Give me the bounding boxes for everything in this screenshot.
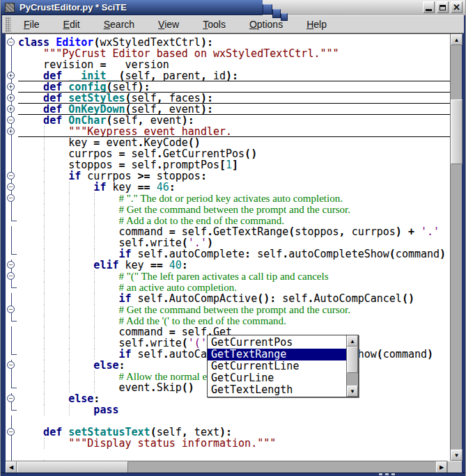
- autocomplete-item-selected[interactable]: GetTextRange: [208, 349, 346, 360]
- code-line[interactable]: command = self.GetTextRange(stoppos, cur…: [6, 226, 450, 237]
- window-title: PyCrustEditor.py * SciTE: [20, 2, 127, 13]
- code-line[interactable]: # Add a dot to the end of the command.: [6, 215, 450, 226]
- menu-tools[interactable]: Tools: [196, 17, 233, 32]
- scroll-right-button[interactable]: ▶: [436, 461, 447, 473]
- code-line[interactable]: stoppos = self.promptPos[1]: [6, 159, 450, 170]
- autocomplete-item[interactable]: GetCurrentLine: [208, 360, 346, 372]
- code-line[interactable]: if currpos >= stoppos:: [6, 170, 450, 182]
- code-line[interactable]: if self.AutoCompActive(): self.AutoCompC…: [6, 293, 450, 304]
- fold-collapse-marker[interactable]: [6, 115, 18, 126]
- indent-guide: [94, 315, 95, 326]
- indent-guide: [44, 204, 45, 215]
- code-line[interactable]: def setStyles(self, faces):: [6, 93, 450, 104]
- code-line[interactable]: # Add the '(' to the end of the command.: [6, 315, 450, 326]
- fold-expand-marker[interactable]: [6, 126, 18, 137]
- autocomplete-item[interactable]: GetCurLine: [208, 372, 346, 384]
- code-line[interactable]: """PyCrust Editor based on wxStyledTextC…: [6, 48, 450, 59]
- vertical-scrollbar[interactable]: ▲ ▼: [450, 34, 462, 461]
- code-line[interactable]: def __init__(self, parent, id):: [6, 70, 450, 81]
- code-line[interactable]: # an active auto completion.: [6, 282, 450, 293]
- code-line[interactable]: self.write('.'): [6, 237, 450, 248]
- fold-collapse-marker[interactable]: [6, 193, 18, 204]
- code-line[interactable]: def config(self):: [6, 81, 450, 93]
- vertical-scroll-thumb[interactable]: [451, 100, 463, 164]
- indent-guide: [69, 271, 70, 282]
- code-line[interactable]: pass: [6, 404, 450, 415]
- code-line[interactable]: # Get the command between the prompt and…: [6, 304, 450, 315]
- fold-margin: [6, 438, 18, 449]
- fold-expand-marker[interactable]: [6, 81, 18, 93]
- code-line[interactable]: currpos = self.GetCurrentPos(): [6, 148, 450, 159]
- code-line[interactable]: """Display status information.""": [6, 438, 450, 449]
- menu-view[interactable]: View: [151, 17, 186, 32]
- code-line[interactable]: [6, 415, 450, 427]
- code-line[interactable]: elif key == 40:: [6, 260, 450, 271]
- indent-guide: [94, 349, 95, 360]
- indent-guide: [44, 248, 45, 260]
- autocomplete-scroll-down-button[interactable]: ▼: [347, 386, 358, 397]
- fold-margin: [6, 226, 18, 237]
- code-line[interactable]: revision = __version__: [6, 59, 450, 70]
- fold-collapse-marker[interactable]: [6, 304, 18, 315]
- fold-collapse-marker[interactable]: [6, 427, 18, 438]
- code-line[interactable]: # "(" The left paren activates a call ti…: [6, 271, 450, 282]
- title-bar[interactable]: PyCrustEditor.py * SciTE ✕: [1, 0, 465, 15]
- menu-help[interactable]: Help: [300, 17, 334, 32]
- fold-margin: [6, 349, 18, 360]
- code-line[interactable]: def OnChar(self, event):: [6, 115, 450, 126]
- code-line[interactable]: # Get the command between the prompt and…: [6, 204, 450, 215]
- menu-file[interactable]: File: [17, 17, 47, 32]
- fold-expand-marker[interactable]: [6, 104, 18, 115]
- close-button[interactable]: ✕: [451, 1, 463, 13]
- code-line[interactable]: def setStatusText(self, text):: [6, 427, 450, 438]
- code-line-text: def setStatusText(self, text):: [18, 427, 450, 438]
- fold-collapse-marker[interactable]: [6, 393, 18, 404]
- fold-expand-marker[interactable]: [6, 70, 18, 81]
- fold-collapse-marker[interactable]: [6, 170, 18, 182]
- fold-collapse-marker[interactable]: [6, 271, 18, 282]
- autocomplete-item[interactable]: GetCurrentPos: [208, 337, 346, 349]
- maximize-button[interactable]: [437, 1, 449, 13]
- code-line[interactable]: def OnKeyDown(self, event):: [6, 104, 450, 115]
- resize-grip[interactable]: [447, 461, 462, 473]
- code-line[interactable]: if key == 46:: [6, 182, 450, 193]
- code-line[interactable]: [6, 449, 450, 460]
- title-tab[interactable]: PyCrustEditor.py * SciTE: [1, 0, 263, 15]
- code-line-text: if self.autoComplete: self.autoCompleteS…: [18, 248, 450, 260]
- code-line[interactable]: # "." The dot or period key activates au…: [6, 193, 450, 204]
- fold-margin: [6, 159, 18, 170]
- minimize-icon: [426, 9, 432, 11]
- fold-collapse-marker[interactable]: [6, 182, 18, 193]
- menu-edit[interactable]: Edit: [56, 17, 87, 32]
- autocomplete-scroll-up-button[interactable]: ▲: [347, 335, 358, 347]
- indent-guide: [69, 226, 70, 237]
- indent-guide: [69, 215, 70, 226]
- fold-collapse-marker[interactable]: [6, 260, 18, 271]
- indent-guide: [44, 404, 45, 415]
- scroll-up-button[interactable]: ▲: [451, 34, 463, 45]
- indent-guide: [94, 204, 95, 215]
- menubar-gripper[interactable]: [5, 17, 11, 32]
- fold-margin: [6, 338, 18, 349]
- autocomplete-scroll-thumb[interactable]: [347, 347, 358, 373]
- autocomplete-item[interactable]: GetTextLength: [208, 384, 346, 396]
- menu-search[interactable]: Search: [97, 17, 141, 32]
- code-line-text: # Get the command between the prompt and…: [18, 204, 450, 215]
- code-line[interactable]: if self.autoComplete: self.autoCompleteS…: [6, 248, 450, 260]
- horizontal-scrollbar[interactable]: ◀ ▶: [6, 461, 462, 473]
- code-line[interactable]: class Editor(wxStyledTextCtrl):: [6, 37, 450, 48]
- fold-expand-marker[interactable]: [6, 93, 18, 104]
- fold-margin: [6, 248, 18, 260]
- fold-collapse-marker[interactable]: [6, 37, 18, 48]
- horizontal-scroll-thumb[interactable]: [17, 461, 128, 473]
- scroll-down-button[interactable]: ▼: [451, 450, 463, 461]
- indent-guide: [94, 304, 95, 315]
- autocomplete-scrollbar[interactable]: ▲ ▼: [346, 335, 358, 397]
- code-line[interactable]: key = event.KeyCode(): [6, 137, 450, 148]
- indent-guide: [69, 204, 70, 215]
- code-line-text: def setStyles(self, faces):: [18, 93, 450, 104]
- code-line[interactable]: """Keypress event handler.: [6, 126, 450, 137]
- scroll-left-button[interactable]: ◀: [6, 461, 17, 473]
- fold-collapse-marker[interactable]: [6, 360, 18, 371]
- minimize-button[interactable]: [423, 1, 435, 13]
